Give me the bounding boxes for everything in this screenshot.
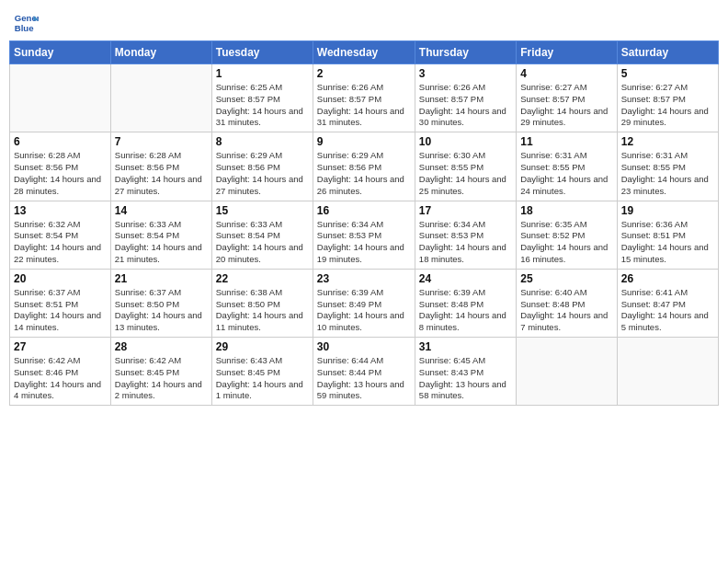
header-cell-saturday: Saturday [617,41,718,64]
day-info: Sunrise: 6:42 AM Sunset: 8:45 PM Dayligh… [115,355,208,402]
header-cell-sunday: Sunday [10,41,111,64]
page-header: General Blue [9,9,719,35]
day-cell: 4Sunrise: 6:27 AM Sunset: 8:57 PM Daylig… [517,64,617,132]
day-number: 23 [317,272,411,285]
day-number: 28 [115,340,208,353]
day-number: 16 [317,204,411,217]
day-info: Sunrise: 6:25 AM Sunset: 8:57 PM Dayligh… [216,82,309,129]
week-row-3: 20Sunrise: 6:37 AM Sunset: 8:51 PM Dayli… [10,269,719,337]
day-info: Sunrise: 6:39 AM Sunset: 8:48 PM Dayligh… [419,287,512,334]
day-info: Sunrise: 6:26 AM Sunset: 8:57 PM Dayligh… [419,82,512,129]
week-row-4: 27Sunrise: 6:42 AM Sunset: 8:46 PM Dayli… [10,338,719,406]
day-number: 19 [621,204,714,217]
day-number: 15 [216,204,309,217]
day-info: Sunrise: 6:43 AM Sunset: 8:45 PM Dayligh… [216,355,309,402]
day-info: Sunrise: 6:39 AM Sunset: 8:49 PM Dayligh… [317,287,411,334]
day-info: Sunrise: 6:29 AM Sunset: 8:56 PM Dayligh… [317,150,411,197]
header-cell-monday: Monday [110,41,211,64]
day-number: 20 [14,272,107,285]
day-cell: 31Sunrise: 6:45 AM Sunset: 8:43 PM Dayli… [415,338,516,406]
day-cell: 21Sunrise: 6:37 AM Sunset: 8:50 PM Dayli… [110,269,211,337]
day-cell: 28Sunrise: 6:42 AM Sunset: 8:45 PM Dayli… [110,338,211,406]
day-number: 5 [621,67,714,80]
day-number: 17 [419,204,512,217]
day-number: 21 [115,272,208,285]
day-number: 4 [520,67,612,80]
day-cell: 13Sunrise: 6:32 AM Sunset: 8:54 PM Dayli… [10,201,111,269]
day-number: 13 [14,204,107,217]
day-cell: 26Sunrise: 6:41 AM Sunset: 8:47 PM Dayli… [617,269,718,337]
day-number: 6 [14,135,107,148]
day-cell: 9Sunrise: 6:29 AM Sunset: 8:56 PM Daylig… [313,132,415,201]
day-info: Sunrise: 6:30 AM Sunset: 8:55 PM Dayligh… [419,150,512,197]
day-number: 2 [317,67,411,80]
day-cell: 22Sunrise: 6:38 AM Sunset: 8:50 PM Dayli… [211,269,313,337]
day-cell: 3Sunrise: 6:26 AM Sunset: 8:57 PM Daylig… [415,64,516,132]
day-cell: 23Sunrise: 6:39 AM Sunset: 8:49 PM Dayli… [313,269,415,337]
header-cell-friday: Friday [517,41,617,64]
day-info: Sunrise: 6:31 AM Sunset: 8:55 PM Dayligh… [621,150,714,197]
day-number: 22 [216,272,309,285]
day-info: Sunrise: 6:31 AM Sunset: 8:55 PM Dayligh… [520,150,612,197]
calendar-body: 1Sunrise: 6:25 AM Sunset: 8:57 PM Daylig… [10,64,719,406]
day-cell [617,338,718,406]
day-cell: 14Sunrise: 6:33 AM Sunset: 8:54 PM Dayli… [110,201,211,269]
day-cell: 24Sunrise: 6:39 AM Sunset: 8:48 PM Dayli… [415,269,516,337]
day-info: Sunrise: 6:37 AM Sunset: 8:51 PM Dayligh… [14,287,107,334]
day-info: Sunrise: 6:26 AM Sunset: 8:57 PM Dayligh… [317,82,411,129]
day-number: 24 [419,272,512,285]
day-number: 10 [419,135,512,148]
day-number: 11 [520,135,612,148]
day-cell: 19Sunrise: 6:36 AM Sunset: 8:51 PM Dayli… [617,201,718,269]
header-row: SundayMondayTuesdayWednesdayThursdayFrid… [10,41,719,64]
day-cell: 5Sunrise: 6:27 AM Sunset: 8:57 PM Daylig… [617,64,718,132]
day-cell: 7Sunrise: 6:28 AM Sunset: 8:56 PM Daylig… [110,132,211,201]
week-row-1: 6Sunrise: 6:28 AM Sunset: 8:56 PM Daylig… [10,132,719,201]
day-info: Sunrise: 6:45 AM Sunset: 8:43 PM Dayligh… [419,355,512,402]
day-cell: 8Sunrise: 6:29 AM Sunset: 8:56 PM Daylig… [211,132,313,201]
day-cell: 30Sunrise: 6:44 AM Sunset: 8:44 PM Dayli… [313,338,415,406]
day-number: 25 [520,272,612,285]
day-cell: 25Sunrise: 6:40 AM Sunset: 8:48 PM Dayli… [517,269,617,337]
day-cell [110,64,211,132]
day-info: Sunrise: 6:44 AM Sunset: 8:44 PM Dayligh… [317,355,411,402]
day-number: 9 [317,135,411,148]
day-info: Sunrise: 6:28 AM Sunset: 8:56 PM Dayligh… [14,150,107,197]
day-number: 29 [216,340,309,353]
header-cell-tuesday: Tuesday [211,41,313,64]
day-info: Sunrise: 6:40 AM Sunset: 8:48 PM Dayligh… [520,287,612,334]
day-cell: 12Sunrise: 6:31 AM Sunset: 8:55 PM Dayli… [617,132,718,201]
svg-text:Blue: Blue [15,23,34,33]
day-info: Sunrise: 6:33 AM Sunset: 8:54 PM Dayligh… [216,219,309,266]
day-info: Sunrise: 6:38 AM Sunset: 8:50 PM Dayligh… [216,287,309,334]
day-info: Sunrise: 6:42 AM Sunset: 8:46 PM Dayligh… [14,355,107,402]
day-number: 1 [216,67,309,80]
day-cell: 17Sunrise: 6:34 AM Sunset: 8:53 PM Dayli… [415,201,516,269]
day-info: Sunrise: 6:36 AM Sunset: 8:51 PM Dayligh… [621,219,714,266]
day-cell: 6Sunrise: 6:28 AM Sunset: 8:56 PM Daylig… [10,132,111,201]
day-cell: 18Sunrise: 6:35 AM Sunset: 8:52 PM Dayli… [517,201,617,269]
day-cell [517,338,617,406]
day-cell: 11Sunrise: 6:31 AM Sunset: 8:55 PM Dayli… [517,132,617,201]
day-cell: 16Sunrise: 6:34 AM Sunset: 8:53 PM Dayli… [313,201,415,269]
day-number: 26 [621,272,714,285]
day-number: 7 [115,135,208,148]
week-row-0: 1Sunrise: 6:25 AM Sunset: 8:57 PM Daylig… [10,64,719,132]
day-info: Sunrise: 6:34 AM Sunset: 8:53 PM Dayligh… [419,219,512,266]
header-cell-wednesday: Wednesday [313,41,415,64]
day-cell: 15Sunrise: 6:33 AM Sunset: 8:54 PM Dayli… [211,201,313,269]
day-info: Sunrise: 6:28 AM Sunset: 8:56 PM Dayligh… [115,150,208,197]
day-cell: 29Sunrise: 6:43 AM Sunset: 8:45 PM Dayli… [211,338,313,406]
day-cell: 27Sunrise: 6:42 AM Sunset: 8:46 PM Dayli… [10,338,111,406]
day-info: Sunrise: 6:29 AM Sunset: 8:56 PM Dayligh… [216,150,309,197]
week-row-2: 13Sunrise: 6:32 AM Sunset: 8:54 PM Dayli… [10,201,719,269]
day-cell: 1Sunrise: 6:25 AM Sunset: 8:57 PM Daylig… [211,64,313,132]
day-info: Sunrise: 6:35 AM Sunset: 8:52 PM Dayligh… [520,219,612,266]
header-cell-thursday: Thursday [415,41,516,64]
day-info: Sunrise: 6:37 AM Sunset: 8:50 PM Dayligh… [115,287,208,334]
day-number: 18 [520,204,612,217]
day-number: 8 [216,135,309,148]
day-number: 3 [419,67,512,80]
day-number: 14 [115,204,208,217]
day-cell: 2Sunrise: 6:26 AM Sunset: 8:57 PM Daylig… [313,64,415,132]
